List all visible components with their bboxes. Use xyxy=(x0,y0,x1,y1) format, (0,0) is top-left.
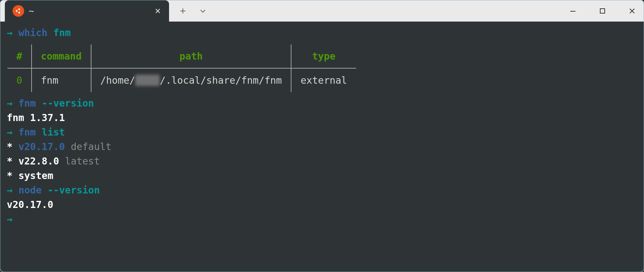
command-fnm: fnm xyxy=(18,127,36,138)
command-which: which xyxy=(18,27,47,38)
cell-idx: 0 xyxy=(7,68,32,92)
cell-command: fnm xyxy=(32,68,91,92)
command-fnm-list-arg: list xyxy=(42,127,65,138)
command-fnm: fnm xyxy=(18,98,36,109)
terminal-tab[interactable]: ~ xyxy=(5,0,169,22)
command-which-arg: fnm xyxy=(53,27,71,38)
new-tab-button[interactable] xyxy=(177,5,188,16)
titlebar: ~ xyxy=(0,0,644,22)
tab-dropdown-button[interactable] xyxy=(197,5,208,16)
col-header-command: command xyxy=(32,44,91,68)
output-node-version: v20.17.0 xyxy=(7,197,637,212)
prompt-line-fnm-list: → fnm list xyxy=(7,125,637,139)
list-item: * v22.8.0 latest xyxy=(7,154,637,168)
terminal-window: ~ → which fnm xyxy=(0,0,644,272)
node-version: v22.8.0 xyxy=(18,155,59,167)
col-header-idx: # xyxy=(7,44,32,68)
close-window-button[interactable] xyxy=(626,5,638,17)
list-item: * v20.17.0 default xyxy=(7,139,637,154)
prompt-line-node-version: → node --version xyxy=(7,183,637,197)
terminal-body[interactable]: → which fnm # command path type 0 fnm /h… xyxy=(0,22,644,272)
node-version: system xyxy=(18,170,53,181)
table-header-row: # command path type xyxy=(7,44,356,68)
maximize-button[interactable] xyxy=(597,5,608,17)
command-node: node xyxy=(18,184,42,196)
prompt-arrow: → xyxy=(7,27,13,38)
command-node-version-arg: --version xyxy=(47,184,100,196)
prompt-line-fnm-version: → fnm --version xyxy=(7,96,637,110)
which-output-table: # command path type 0 fnm /home/████/.lo… xyxy=(7,44,637,93)
table-row: 0 fnm /home/████/.local/share/fnm/fnm ex… xyxy=(7,68,356,92)
version-alias: default xyxy=(71,141,111,152)
col-header-type: type xyxy=(291,44,356,68)
titlebar-actions xyxy=(177,5,208,16)
command-fnm-version-arg: --version xyxy=(42,98,94,109)
list-item: * system xyxy=(7,168,637,183)
tab-title: ~ xyxy=(29,6,148,16)
tab-close-button[interactable] xyxy=(153,6,163,16)
version-alias: latest xyxy=(65,155,100,167)
prompt-line-which: → which fnm xyxy=(7,25,637,40)
node-version: v20.17.0 xyxy=(18,141,65,152)
redacted-username: ████ xyxy=(135,75,160,86)
cell-type: external xyxy=(291,68,356,92)
window-controls xyxy=(567,0,638,22)
minimize-button[interactable] xyxy=(567,5,579,17)
cell-path: /home/████/.local/share/fnm/fnm xyxy=(91,68,291,92)
prompt-line-empty: → xyxy=(7,212,637,226)
output-fnm-version: fnm 1.37.1 xyxy=(7,110,637,125)
svg-rect-3 xyxy=(600,9,605,13)
ubuntu-icon xyxy=(13,5,24,17)
col-header-path: path xyxy=(91,44,291,68)
